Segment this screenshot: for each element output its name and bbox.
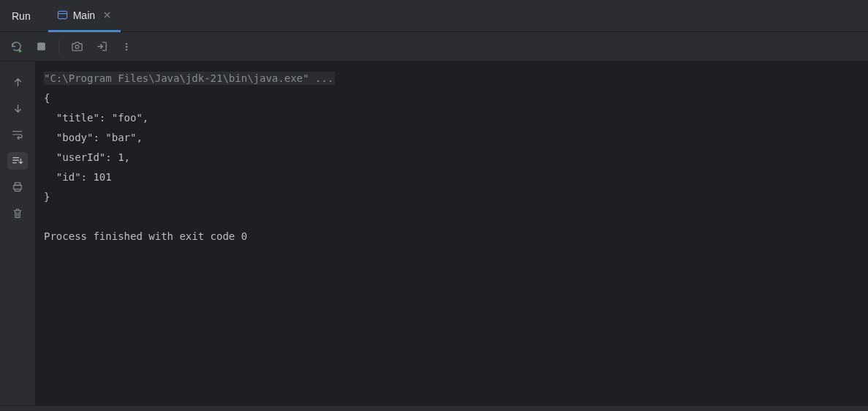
console-gutter [0, 61, 35, 405]
delete-icon[interactable] [7, 205, 28, 222]
svg-point-6 [126, 42, 128, 45]
svg-rect-0 [58, 11, 67, 18]
panel-tabs: Run Main [0, 0, 868, 32]
run-toolbar [0, 32, 868, 61]
console-output[interactable]: "C:\Program Files\Java\jdk-21\bin\java.e… [35, 61, 868, 405]
close-tab-icon[interactable] [102, 10, 112, 20]
svg-point-5 [75, 45, 79, 49]
status-bar [0, 405, 868, 411]
down-stack-icon[interactable] [7, 99, 28, 117]
svg-point-8 [126, 48, 128, 50]
tab-main[interactable]: Main [48, 1, 121, 32]
soft-wrap-icon[interactable] [7, 126, 28, 143]
up-stack-icon[interactable] [7, 73, 28, 91]
tab-run[interactable]: Run [0, 0, 42, 31]
stop-button[interactable] [34, 39, 48, 54]
tab-run-label: Run [12, 10, 31, 22]
toolbar-separator [59, 40, 59, 53]
application-icon [57, 10, 68, 20]
run-main-area: "C:\Program Files\Java\jdk-21\bin\java.e… [0, 61, 868, 405]
svg-rect-4 [37, 42, 45, 50]
screenshot-button[interactable] [69, 39, 84, 54]
exit-button[interactable] [94, 39, 109, 54]
more-options-icon[interactable] [119, 39, 134, 54]
scroll-to-end-icon[interactable] [7, 152, 28, 170]
svg-point-7 [126, 45, 128, 48]
tab-main-label: Main [73, 10, 95, 21]
rerun-button[interactable] [9, 39, 23, 54]
command-line: "C:\Program Files\Java\jdk-21\bin\java.e… [44, 72, 335, 85]
print-icon[interactable] [7, 178, 28, 196]
program-output: { "title": "foo", "body": "bar", "userId… [44, 92, 247, 242]
